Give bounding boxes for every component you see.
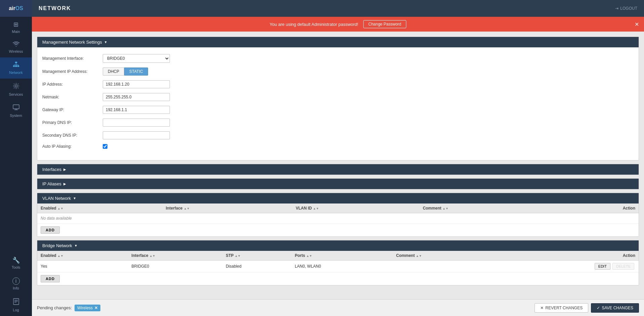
- change-password-button[interactable]: Change Password: [363, 20, 406, 28]
- bridge-col-enabled[interactable]: Enabled ▲▼: [37, 251, 128, 261]
- vlan-col-action: Action: [557, 204, 639, 213]
- sidebar-item-log[interactable]: Log: [0, 294, 32, 316]
- page-title: NETWORK: [39, 5, 71, 11]
- primary-dns-label: Primary DNS IP:: [42, 120, 103, 125]
- vlan-col-interface[interactable]: Interface ▲▼: [163, 204, 292, 213]
- sidebar-bottom: 🔧 Tools i Info Log: [0, 253, 32, 316]
- sidebar-nav: ⊞ Main Wireless Network Services Syste: [0, 17, 32, 253]
- system-icon: [13, 104, 19, 112]
- sidebar-item-services[interactable]: Services: [0, 79, 32, 100]
- revert-changes-button[interactable]: ✕ REVERT CHANGES: [535, 303, 588, 313]
- vlan-add-button[interactable]: ADD: [41, 226, 60, 234]
- logout-button[interactable]: ⇥ LOGOUT: [615, 6, 637, 11]
- main-icon: ⊞: [13, 21, 18, 28]
- management-network-header[interactable]: Management Network Settings ▼: [37, 37, 639, 47]
- bridge-edit-button[interactable]: EDIT: [595, 263, 610, 270]
- sidebar-item-system[interactable]: System: [0, 100, 32, 122]
- alert-message: You are using default Administrator pass…: [270, 22, 358, 27]
- vlan-col-vlanid[interactable]: VLAN ID ▲▼: [292, 204, 419, 213]
- bridge-table: Enabled ▲▼ Interface ▲▼ STP ▲▼ Ports ▲▼ …: [37, 251, 639, 272]
- netmask-input[interactable]: [103, 93, 170, 101]
- bridge-interface-sort: ▲▼: [149, 254, 155, 258]
- ip-aliases-header[interactable]: IP Aliases ▶: [37, 179, 639, 189]
- svg-point-9: [15, 85, 17, 87]
- ip-mode-btngroup: DHCP STATIC: [103, 67, 148, 76]
- static-button[interactable]: STATIC: [124, 67, 148, 76]
- bridge-col-action: Action: [493, 251, 639, 261]
- secondary-dns-label: Secondary DNS IP:: [42, 133, 103, 138]
- header: NETWORK ⇥ LOGOUT: [32, 0, 644, 17]
- svg-rect-10: [13, 105, 19, 109]
- auto-ip-row: Auto IP Aliasing:: [42, 144, 634, 149]
- ip-address-label: IP Address:: [42, 82, 103, 87]
- bridge-table-wrap: Enabled ▲▼ Interface ▲▼ STP ▲▼ Ports ▲▼ …: [37, 251, 639, 272]
- footer-actions: ✕ REVERT CHANGES ✓ SAVE CHANGES: [535, 303, 639, 313]
- management-ip-address-row: Management IP Address: DHCP STATIC: [42, 67, 634, 76]
- table-row: Yes BRIDGE0 Disabled LAN0, WLAN0 EDIT DE…: [37, 261, 639, 272]
- primary-dns-input[interactable]: [103, 119, 170, 127]
- wireless-icon: [12, 42, 20, 48]
- bridge-row-comment: [393, 261, 493, 272]
- interfaces-arrow: ▶: [63, 168, 66, 171]
- save-changes-button[interactable]: ✓ SAVE CHANGES: [591, 303, 639, 313]
- bridge-comment-sort: ▲▼: [416, 254, 422, 258]
- bridge-network-header[interactable]: Bridge Network ▼: [37, 240, 639, 251]
- logo-os: OS: [15, 5, 23, 11]
- bridge-network-arrow: ▼: [74, 244, 78, 247]
- management-network-section: Management Network Settings ▼ Management…: [37, 37, 639, 161]
- svg-rect-1: [13, 65, 15, 67]
- sidebar-item-main[interactable]: ⊞ Main: [0, 17, 32, 38]
- management-interface-select[interactable]: BRIDGE0 LAN0 WLAN0: [103, 54, 170, 63]
- alert-close-button[interactable]: ✕: [635, 21, 639, 28]
- auto-ip-checkbox[interactable]: [103, 144, 107, 149]
- bridge-add-button[interactable]: ADD: [41, 275, 60, 282]
- main-content: NETWORK ⇥ LOGOUT You are using default A…: [32, 0, 644, 316]
- vlan-table: Enabled ▲▼ Interface ▲▼ VLAN ID ▲▼ Comme…: [37, 204, 639, 224]
- management-interface-label: Management Interface:: [42, 56, 103, 61]
- bridge-col-stp[interactable]: STP ▲▼: [222, 251, 291, 261]
- management-ip-label: Management IP Address:: [42, 69, 103, 74]
- sidebar-item-tools[interactable]: 🔧 Tools: [0, 253, 32, 273]
- bridge-col-ports[interactable]: Ports ▲▼: [291, 251, 393, 261]
- sidebar-item-network[interactable]: Network: [0, 57, 32, 79]
- vlan-network-arrow: ▼: [73, 196, 76, 200]
- vlanid-sort: ▲▼: [313, 207, 319, 210]
- management-network-arrow: ▼: [104, 40, 107, 44]
- netmask-label: Netmask:: [42, 95, 103, 99]
- sidebar-item-info[interactable]: i Info: [0, 273, 32, 294]
- ip-aliases-section: IP Aliases ▶: [37, 178, 639, 189]
- vlan-col-enabled[interactable]: Enabled ▲▼: [37, 204, 163, 213]
- bridge-row-ports: LAN0, WLAN0: [291, 261, 393, 272]
- svg-rect-0: [15, 62, 17, 63]
- bridge-col-comment[interactable]: Comment ▲▼: [393, 251, 493, 261]
- primary-dns-row: Primary DNS IP:: [42, 119, 634, 127]
- bridge-network-body: Enabled ▲▼ Interface ▲▼ STP ▲▼ Ports ▲▼ …: [37, 251, 639, 285]
- bridge-stp-sort: ▲▼: [235, 254, 241, 258]
- vlan-col-comment[interactable]: Comment ▲▼: [419, 204, 557, 213]
- bridge-row-stp: Disabled: [222, 261, 291, 272]
- dhcp-button[interactable]: DHCP: [103, 67, 124, 76]
- info-icon: i: [12, 277, 20, 285]
- vlan-table-wrap: Enabled ▲▼ Interface ▲▼ VLAN ID ▲▼ Comme…: [37, 204, 639, 224]
- pending-label: Pending changes:: [37, 305, 72, 310]
- pending-tag-remove[interactable]: ✕: [94, 306, 98, 310]
- tools-icon: 🔧: [12, 257, 20, 264]
- enabled-sort: ▲▼: [57, 207, 63, 210]
- sidebar-item-wireless[interactable]: Wireless: [0, 38, 32, 57]
- bridge-row-actions: EDIT DELETE: [493, 261, 639, 272]
- vlan-no-data-row: No data available: [37, 213, 639, 224]
- sidebar-item-label-services: Services: [9, 92, 23, 96]
- pending-changes: Pending changes: Wireless ✕: [37, 305, 100, 311]
- ip-address-input[interactable]: [103, 80, 170, 88]
- interfaces-header[interactable]: Interfaces ▶: [37, 164, 639, 175]
- secondary-dns-input[interactable]: [103, 131, 170, 139]
- gateway-input[interactable]: [103, 106, 170, 114]
- interface-sort: ▲▼: [184, 207, 190, 210]
- netmask-row: Netmask:: [42, 93, 634, 101]
- bridge-row-enabled: Yes: [37, 261, 128, 272]
- vlan-network-header[interactable]: VLAN Network ▼: [37, 193, 639, 204]
- svg-rect-2: [15, 65, 17, 67]
- bridge-delete-button[interactable]: DELETE: [612, 263, 634, 270]
- sidebar-item-label-tools: Tools: [12, 265, 20, 269]
- bridge-col-interface[interactable]: Interface ▲▼: [128, 251, 223, 261]
